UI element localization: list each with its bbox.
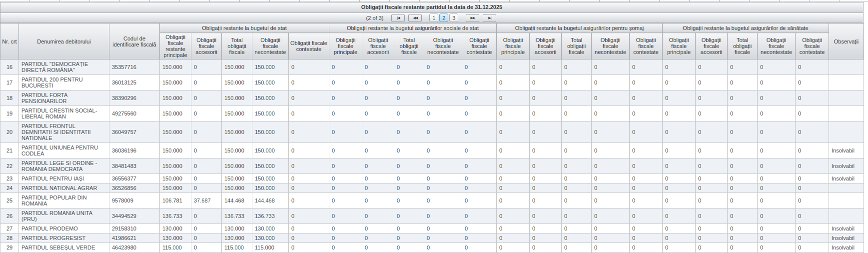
value-cell: 0 [728,234,758,243]
value-cell: 0 [663,60,696,75]
col-header-nr: Nr. crt [0,24,19,60]
value-cell: 0 [758,60,796,75]
value-cell: 0 [289,90,329,106]
value-cell: 150.000 [160,60,191,75]
value-cell: 0 [329,234,362,243]
value-cell: 0 [497,75,530,90]
value-cell: 0 [289,174,329,184]
table-row: 22PARTIDUL LEGE SI ORDINE - ROMANIA DEMO… [0,158,864,174]
table-row: 21PARTIDUL UNIUNEA PENTRU CODLEA36036196… [0,143,864,158]
debtor-name-cell: PARTIDUL PENTRU IAȘI [19,174,109,184]
value-cell: 0 [424,106,462,122]
value-cell: 0 [696,158,728,174]
value-cell: 0 [362,208,394,224]
value-cell: 0 [592,193,630,208]
page-button-3[interactable]: 3 [449,14,458,22]
value-cell: 0 [663,75,696,90]
value-cell: 0 [289,158,329,174]
group-header-unemployment: Obligații restante la bugetul asigurăril… [497,24,663,33]
value-cell: 0 [630,106,663,122]
value-cell: 0 [562,193,592,208]
value-cell: 0 [329,90,362,106]
value-cell: 0 [462,60,497,75]
page-button-1[interactable]: 1 [429,14,438,22]
value-cell: 0 [394,184,424,193]
value-cell: 0 [530,184,562,193]
previous-page-button[interactable]: ◀◀ [408,14,422,22]
page-button-2[interactable]: 2 [439,14,448,22]
last-page-button[interactable]: ▶| [483,14,496,22]
value-cell: 0 [424,243,462,252]
value-cell: 0 [630,224,663,234]
value-cell: 150.000 [160,158,191,174]
value-cell: 0 [530,174,562,184]
value-cell: 0 [696,208,728,224]
value-cell: 0 [592,174,630,184]
value-cell: 0 [191,75,222,90]
value-cell: 0 [630,143,663,158]
row-number-cell: 28 [0,234,19,243]
value-cell: 0 [530,243,562,252]
value-cell: 150.000 [160,90,191,106]
value-cell: 0 [728,243,758,252]
sub-col-header-state-budget: Obligații fiscale necontestate [252,33,289,60]
value-cell: 0 [462,193,497,208]
value-cell: 150.000 [252,122,289,143]
row-number-cell: 29 [0,243,19,252]
value-cell: 0 [329,60,362,75]
value-cell: 0 [289,193,329,208]
table-row: 17PARTIDUL 200 PENTRU BUCURESTI360131251… [0,75,864,90]
value-cell: 150.000 [222,75,252,90]
table-row: 23PARTIDUL PENTRU IAȘI36556377150.000015… [0,174,864,184]
first-page-button[interactable]: |◀ [391,14,405,22]
next-page-button[interactable]: ▶▶ [466,14,479,22]
value-cell: 115.000 [252,243,289,252]
value-cell: 0 [362,106,394,122]
sub-col-header-unemployment: Obligații fiscale accesorii [530,33,562,60]
observations-cell: Insolvabil [829,243,864,252]
value-cell: 0 [592,106,630,122]
value-cell: 136.733 [252,208,289,224]
page-number-group: 123 [429,14,458,22]
value-cell: 150.000 [252,184,289,193]
value-cell: 0 [394,90,424,106]
value-cell: 0 [758,224,796,234]
value-cell: 0 [796,174,829,184]
value-cell: 0 [758,90,796,106]
value-cell: 0 [191,174,222,184]
value-cell: 0 [329,143,362,158]
value-cell: 0 [462,122,497,143]
value-cell: 106.781 [160,193,191,208]
value-cell: 0 [394,234,424,243]
value-cell: 0 [592,143,630,158]
value-cell: 0 [592,184,630,193]
value-cell: 150.000 [252,143,289,158]
value-cell: 0 [530,234,562,243]
last-page-icon: ▶| [488,16,491,20]
value-cell: 0 [329,75,362,90]
value-cell: 0 [796,158,829,174]
value-cell: 0 [696,174,728,184]
cif-cell: 29158310 [109,224,160,234]
debtor-name-cell: PARTIDUL PRODEMO [19,224,109,234]
value-cell: 0 [497,243,530,252]
table-row: 19PARTIDUL CRESTIN SOCIAL-LIBERAL ROMAN4… [0,106,864,122]
value-cell: 0 [289,106,329,122]
debtor-name-cell: PARTIDUL POPULAR DIN ROMANIA [19,193,109,208]
value-cell: 0 [424,143,462,158]
table-title: Obligații fiscale restante partidul la d… [0,2,864,12]
value-cell: 150.000 [160,75,191,90]
observations-cell: Insolvabil [829,143,864,158]
value-cell: 0 [497,60,530,75]
col-header-cif: Codul de identificare fiscală [109,24,160,60]
observations-cell: Insolvabil [829,234,864,243]
sub-col-header-social-insurance: Total obligații fiscale [394,33,424,60]
value-cell: 0 [562,158,592,174]
value-cell: 0 [696,122,728,143]
value-cell: 0 [796,122,829,143]
paginator-buttons: |◀◀◀123▶▶▶| [390,14,497,22]
value-cell: 0 [592,224,630,234]
value-cell: 0 [497,193,530,208]
value-cell: 0 [796,143,829,158]
value-cell: 0 [497,224,530,234]
